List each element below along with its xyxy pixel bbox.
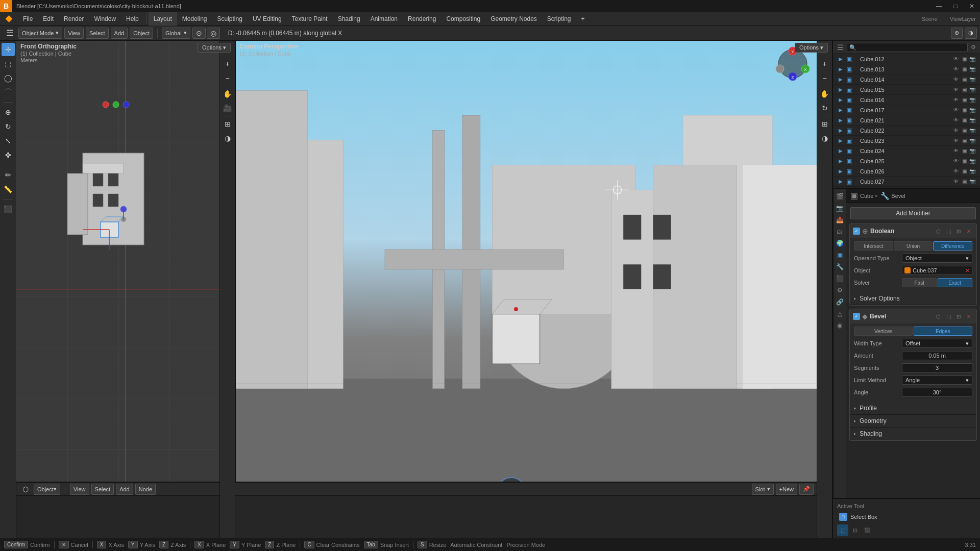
edges-btn[interactable]: Edges <box>914 327 973 336</box>
object-field[interactable]: Cube.037 ✕ <box>902 266 972 275</box>
render-visibility-icon[interactable]: 📷 <box>969 56 976 63</box>
select-btn-node[interactable]: Select <box>91 484 114 495</box>
slot-dropdown[interactable]: Slot ▾ <box>752 484 774 495</box>
outliner-row[interactable]: ▶ ▣ Cube.027 👁 ▣ 📷 <box>833 177 980 187</box>
viewport-display-icon[interactable]: ▣ <box>961 66 968 73</box>
y-plane-key[interactable]: Y <box>230 541 239 548</box>
viewport-front-options-btn[interactable]: Options ▾ <box>198 43 231 53</box>
prop-render-icon[interactable]: 📷 <box>834 203 845 214</box>
y-key[interactable]: Y <box>128 541 138 548</box>
move-tool[interactable]: ⊕ <box>2 106 15 119</box>
viewport-display-icon[interactable]: ▣ <box>961 158 968 165</box>
global-dropdown[interactable]: Global ▾ <box>162 28 190 39</box>
menu-blender[interactable]: 🔶 <box>0 12 18 26</box>
cancel-key[interactable]: ✕ <box>59 541 69 548</box>
render-visibility-icon[interactable]: 📷 <box>969 147 976 155</box>
viewport-display-icon[interactable]: ▣ <box>961 168 968 175</box>
annotate-tool[interactable]: ✏ <box>2 168 15 182</box>
prop-object-icon[interactable]: ▣ <box>834 249 845 261</box>
width-type-dropdown[interactable]: Offset ▾ <box>902 339 972 348</box>
measure-tool[interactable]: 📏 <box>2 183 15 196</box>
viewport-display-icon[interactable]: ▣ <box>961 56 968 63</box>
visibility-icon[interactable]: 👁 <box>952 147 960 155</box>
view-btn[interactable]: View <box>64 28 84 39</box>
bevel-toggle[interactable]: ✓ <box>853 313 860 320</box>
render-visibility-icon[interactable]: 📷 <box>969 127 976 134</box>
menu-sculpting[interactable]: Sculpting <box>212 12 248 26</box>
boolean-copy-btn[interactable]: ⊡ <box>954 227 963 236</box>
render-visibility-icon[interactable]: 📷 <box>969 66 976 73</box>
bevel-apply-btn[interactable]: ⬚ <box>944 312 953 321</box>
fast-btn[interactable]: Fast <box>902 278 937 287</box>
viewport-display-icon[interactable]: ▣ <box>961 86 968 93</box>
union-btn[interactable]: Union <box>894 241 933 251</box>
render-visibility-icon[interactable]: 📷 <box>969 76 976 83</box>
viewport-display-icon[interactable]: ▣ <box>961 117 968 124</box>
boolean-display-btn[interactable]: ⬡ <box>934 227 943 236</box>
object-btn[interactable]: Object <box>130 28 153 39</box>
visibility-icon[interactable]: 👁 <box>952 127 960 134</box>
viewport-display-icon[interactable]: ▣ <box>961 76 968 83</box>
select-btn[interactable]: Select <box>86 28 109 39</box>
x-key[interactable]: X <box>97 541 107 548</box>
menu-window[interactable]: Window <box>89 12 121 26</box>
close-button[interactable]: ✕ <box>964 0 980 12</box>
select-tool[interactable]: ⬚ <box>2 57 15 70</box>
bevel-copy-btn[interactable]: ⊡ <box>954 312 963 321</box>
node-btn-node[interactable]: Node <box>135 484 156 495</box>
cam-overlay-icon[interactable]: ◑ <box>818 132 831 145</box>
add-cube-tool[interactable]: ⬛ <box>2 203 15 216</box>
zoom-out-icon[interactable]: − <box>221 71 234 85</box>
tool-mode-2[interactable]: ⊡ <box>849 524 861 536</box>
viewport-display-icon[interactable]: ▣ <box>961 178 968 185</box>
viewport-display-icon[interactable]: ▣ <box>961 127 968 134</box>
menu-rendering[interactable]: Rendering <box>403 12 441 26</box>
difference-btn[interactable]: Difference <box>933 241 972 251</box>
outliner-row[interactable]: ▶ ▣ Cube.026 👁 ▣ 📷 <box>833 166 980 177</box>
select-lasso-tool[interactable]: ⌒ <box>2 86 15 99</box>
boolean-remove-btn[interactable]: ✕ <box>964 227 973 236</box>
snap-btn[interactable]: ⊙ <box>192 28 206 39</box>
visibility-icon[interactable]: 👁 <box>952 117 960 124</box>
modifier-boolean-header[interactable]: ✓ ⊕ Boolean ⬡ ⬚ ⊡ ✕ <box>850 224 976 238</box>
outliner-row[interactable]: ▶ ▣ Cube.022 👁 ▣ 📷 <box>833 126 980 136</box>
menu-texture-paint[interactable]: Texture Paint <box>287 12 333 26</box>
viewport-camera-options-btn[interactable]: Options ▾ <box>795 43 828 53</box>
render-visibility-icon[interactable]: 📷 <box>969 168 976 175</box>
outliner-row[interactable]: ▶ ▣ Cube.023 👁 ▣ 📷 <box>833 136 980 146</box>
menu-render[interactable]: Render <box>59 12 89 26</box>
visibility-icon[interactable]: 👁 <box>952 96 960 104</box>
camera-icon[interactable]: 🎥 <box>221 102 234 115</box>
select-circle-tool[interactable]: ◯ <box>2 71 15 85</box>
rotate-tool[interactable]: ↻ <box>2 120 15 133</box>
geometry-header[interactable]: ▸ Geometry <box>850 415 976 427</box>
modifier-bevel-header[interactable]: ✓ ◆ Bevel ⬡ ⬚ ⊡ ✕ <box>850 309 976 323</box>
cam-zoom-out-icon[interactable]: − <box>818 71 831 85</box>
add-btn-node[interactable]: Add <box>116 484 133 495</box>
prop-constraints-icon[interactable]: 🔗 <box>834 296 845 308</box>
outliner-row[interactable]: ▶ ▣ Cube.028 👁 ▣ 📷 <box>833 187 980 188</box>
vertices-btn[interactable]: Vertices <box>854 327 913 336</box>
viewport-front[interactable]: ⊙ + − ✋ 🎥 ⊞ ◑ <box>16 41 236 538</box>
viewport-display-icon[interactable]: ▣ <box>961 107 968 114</box>
visibility-icon[interactable]: 👁 <box>952 66 960 73</box>
prop-physics-icon[interactable]: ⚙ <box>834 285 845 296</box>
menu-shading[interactable]: Shading <box>333 12 365 26</box>
angle-input[interactable]: 30° <box>902 388 972 397</box>
proportional-btn[interactable]: ◎ <box>207 28 220 39</box>
resize-key[interactable]: S <box>418 541 427 548</box>
confirm-key[interactable]: Confirm <box>4 541 28 548</box>
menu-geometry-nodes[interactable]: Geometry Nodes <box>485 12 542 26</box>
prop-particles-icon[interactable]: ⬛ <box>834 273 845 284</box>
prop-scene-icon[interactable]: 🎬 <box>834 191 845 202</box>
render-visibility-icon[interactable]: 📷 <box>969 96 976 104</box>
viewport-display-icon[interactable]: ▣ <box>961 147 968 155</box>
render-visibility-icon[interactable]: 📷 <box>969 117 976 124</box>
outliner-search-input[interactable] <box>847 43 968 52</box>
limit-method-dropdown[interactable]: Angle ▾ <box>902 375 972 385</box>
visibility-icon[interactable]: 👁 <box>952 158 960 165</box>
add-modifier-button[interactable]: Add Modifier <box>850 207 976 219</box>
render-visibility-icon[interactable]: 📷 <box>969 107 976 114</box>
visibility-icon[interactable]: 👁 <box>952 86 960 93</box>
exact-btn[interactable]: Exact <box>938 278 973 287</box>
